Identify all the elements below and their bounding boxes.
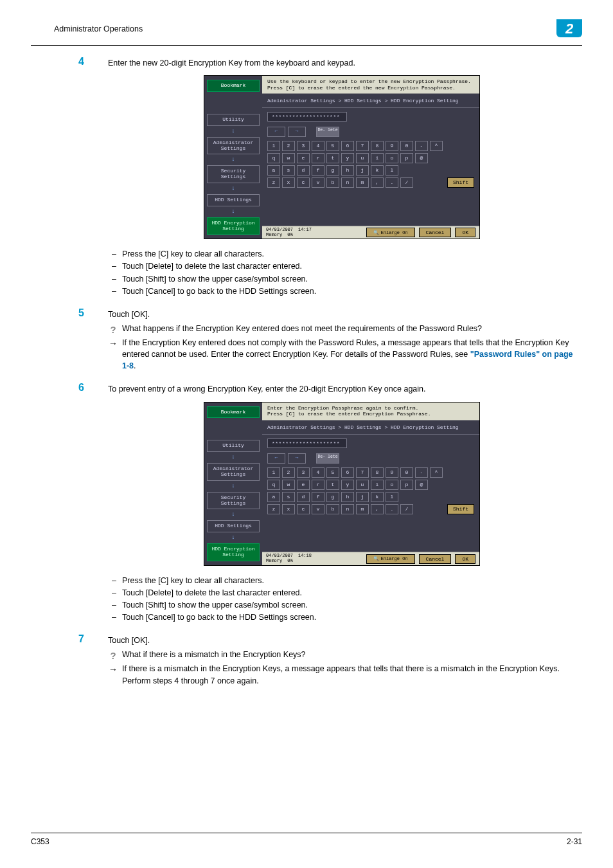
key-h[interactable]: h [341, 492, 354, 502]
key-,[interactable]: , [371, 177, 384, 188]
ok-button[interactable]: OK [455, 228, 475, 237]
key-o[interactable]: o [386, 480, 398, 490]
key-g[interactable]: g [326, 492, 339, 502]
utility-button[interactable]: Utility [207, 440, 260, 452]
key-3[interactable]: 3 [297, 467, 310, 478]
key-l[interactable]: l [386, 492, 398, 502]
shift-key[interactable]: Shift [447, 504, 474, 514]
key-e[interactable]: e [297, 153, 310, 163]
key-f[interactable]: f [312, 165, 324, 176]
hdd-encryption-button[interactable]: HDD Encryption Setting [207, 217, 260, 235]
key-@[interactable]: @ [415, 153, 428, 163]
key-8[interactable]: 8 [371, 141, 384, 151]
key-r[interactable]: r [312, 480, 324, 490]
enlarge-button[interactable]: 🔍 Enlarge On [366, 228, 415, 237]
key-/[interactable]: / [400, 177, 413, 188]
key-0[interactable]: 0 [400, 467, 413, 478]
key-i[interactable]: i [371, 153, 384, 163]
key--[interactable]: - [415, 467, 428, 478]
key-y[interactable]: y [341, 153, 354, 163]
delete-button[interactable]: De- lete [316, 127, 339, 137]
key-y[interactable]: y [341, 480, 354, 490]
key-3[interactable]: 3 [297, 141, 310, 151]
utility-button[interactable]: Utility [207, 114, 260, 126]
key-s[interactable]: s [282, 492, 295, 502]
key-u[interactable]: u [356, 153, 369, 163]
key-q[interactable]: q [267, 480, 280, 490]
panel1-input[interactable]: ******************** [267, 112, 347, 122]
key-p[interactable]: p [400, 153, 413, 163]
key-2[interactable]: 2 [282, 467, 295, 478]
key-4[interactable]: 4 [312, 467, 324, 478]
cancel-button[interactable]: Cancel [419, 554, 452, 564]
arrow-right-button[interactable]: → [288, 453, 306, 464]
key-s[interactable]: s [282, 165, 295, 176]
key-x[interactable]: x [282, 504, 295, 514]
key-t[interactable]: t [326, 480, 339, 490]
key-,[interactable]: , [371, 504, 384, 514]
arrow-left-button[interactable]: ← [267, 127, 285, 137]
key-k[interactable]: k [371, 165, 384, 176]
key--[interactable]: - [415, 141, 428, 151]
key-b[interactable]: b [326, 504, 339, 514]
key-v[interactable]: v [312, 177, 324, 188]
key-r[interactable]: r [312, 153, 324, 163]
key-7[interactable]: 7 [356, 141, 369, 151]
key-m[interactable]: m [356, 177, 369, 188]
key-5[interactable]: 5 [326, 141, 339, 151]
key-m[interactable]: m [356, 504, 369, 514]
key-b[interactable]: b [326, 177, 339, 188]
ok-button[interactable]: OK [455, 554, 475, 564]
key-j[interactable]: j [356, 165, 369, 176]
key-6[interactable]: 6 [341, 141, 354, 151]
key-x[interactable]: x [282, 177, 295, 188]
key-7[interactable]: 7 [356, 467, 369, 478]
key-c[interactable]: c [297, 177, 310, 188]
key-w[interactable]: w [282, 480, 295, 490]
key-@[interactable]: @ [415, 480, 428, 490]
key-1[interactable]: 1 [267, 141, 280, 151]
key-h[interactable]: h [341, 165, 354, 176]
key-9[interactable]: 9 [386, 467, 398, 478]
shift-key[interactable]: Shift [447, 177, 474, 188]
key-d[interactable]: d [297, 165, 310, 176]
key-p[interactable]: p [400, 480, 413, 490]
admin-settings-button[interactable]: Administrator Settings [207, 137, 260, 155]
key-4[interactable]: 4 [312, 141, 324, 151]
key-1[interactable]: 1 [267, 467, 280, 478]
cancel-button[interactable]: Cancel [419, 228, 452, 237]
security-settings-button[interactable]: Security Settings [207, 165, 260, 183]
key-.[interactable]: . [386, 177, 398, 188]
key-^[interactable]: ^ [430, 467, 443, 478]
security-settings-button[interactable]: Security Settings [207, 492, 260, 510]
hdd-settings-button[interactable]: HDD Settings [207, 520, 260, 532]
arrow-right-button[interactable]: → [288, 127, 306, 137]
key-z[interactable]: z [267, 504, 280, 514]
key-6[interactable]: 6 [341, 467, 354, 478]
key-w[interactable]: w [282, 153, 295, 163]
key-z[interactable]: z [267, 177, 280, 188]
hdd-encryption-button[interactable]: HDD Encryption Setting [207, 543, 260, 561]
key-/[interactable]: / [400, 504, 413, 514]
enlarge-button[interactable]: 🔍 Enlarge On [366, 554, 415, 564]
key-f[interactable]: f [312, 492, 324, 502]
key-k[interactable]: k [371, 492, 384, 502]
key-j[interactable]: j [356, 492, 369, 502]
key-9[interactable]: 9 [386, 141, 398, 151]
key-^[interactable]: ^ [430, 141, 443, 151]
key-2[interactable]: 2 [282, 141, 295, 151]
key-c[interactable]: c [297, 504, 310, 514]
key-g[interactable]: g [326, 165, 339, 176]
bookmark-button[interactable]: Bookmark [207, 80, 260, 92]
key-8[interactable]: 8 [371, 467, 384, 478]
admin-settings-button[interactable]: Administrator Settings [207, 463, 260, 481]
key-0[interactable]: 0 [400, 141, 413, 151]
arrow-left-button[interactable]: ← [267, 453, 285, 464]
key-5[interactable]: 5 [326, 467, 339, 478]
key-i[interactable]: i [371, 480, 384, 490]
key-l[interactable]: l [386, 165, 398, 176]
key-a[interactable]: a [267, 492, 280, 502]
key-.[interactable]: . [386, 504, 398, 514]
key-v[interactable]: v [312, 504, 324, 514]
key-q[interactable]: q [267, 153, 280, 163]
